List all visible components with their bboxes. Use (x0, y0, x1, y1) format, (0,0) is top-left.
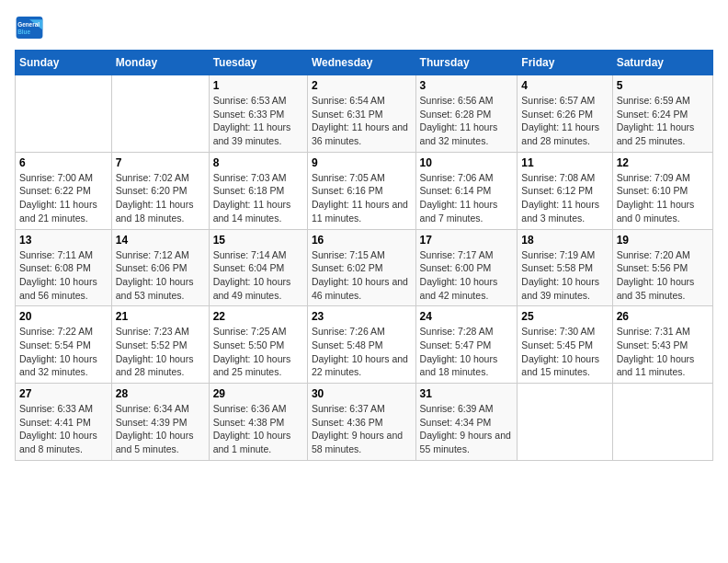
day-number: 4 (521, 79, 608, 92)
day-number: 21 (116, 310, 205, 323)
day-number: 31 (420, 387, 514, 400)
day-info: Sunrise: 6:37 AM Sunset: 4:36 PM Dayligh… (312, 402, 412, 456)
day-info: Sunrise: 7:05 AM Sunset: 6:16 PM Dayligh… (312, 171, 412, 225)
day-info: Sunrise: 7:23 AM Sunset: 5:52 PM Dayligh… (116, 325, 205, 379)
svg-text:Blue: Blue (17, 29, 30, 35)
day-info: Sunrise: 7:20 AM Sunset: 5:56 PM Dayligh… (617, 248, 709, 303)
calendar-cell: 23Sunrise: 7:26 AM Sunset: 5:48 PM Dayli… (307, 306, 415, 384)
day-number: 27 (19, 387, 108, 400)
day-info: Sunrise: 7:15 AM Sunset: 6:02 PM Dayligh… (312, 248, 412, 303)
calendar-week-row: 20Sunrise: 7:22 AM Sunset: 5:54 PM Dayli… (16, 306, 713, 384)
day-info: Sunrise: 7:03 AM Sunset: 6:18 PM Dayligh… (213, 171, 303, 225)
weekday-header-wednesday: Wednesday (307, 51, 415, 75)
day-info: Sunrise: 6:34 AM Sunset: 4:39 PM Dayligh… (116, 402, 205, 456)
weekday-header-sunday: Sunday (16, 51, 112, 75)
day-number: 26 (617, 310, 709, 323)
day-info: Sunrise: 7:00 AM Sunset: 6:22 PM Dayligh… (19, 171, 108, 225)
calendar-cell: 28Sunrise: 6:34 AM Sunset: 4:39 PM Dayli… (111, 384, 209, 461)
calendar-cell: 15Sunrise: 7:14 AM Sunset: 6:04 PM Dayli… (209, 229, 307, 306)
calendar-cell: 25Sunrise: 7:30 AM Sunset: 5:45 PM Dayli… (518, 306, 612, 384)
day-info: Sunrise: 6:53 AM Sunset: 6:33 PM Dayligh… (213, 94, 303, 148)
weekday-header-row: SundayMondayTuesdayWednesdayThursdayFrid… (16, 51, 713, 75)
day-info: Sunrise: 6:59 AM Sunset: 6:24 PM Dayligh… (617, 94, 709, 148)
day-info: Sunrise: 7:17 AM Sunset: 6:00 PM Dayligh… (420, 248, 514, 303)
calendar-body: 1Sunrise: 6:53 AM Sunset: 6:33 PM Daylig… (16, 75, 713, 461)
calendar-cell (16, 75, 112, 153)
calendar-cell: 22Sunrise: 7:25 AM Sunset: 5:50 PM Dayli… (209, 306, 307, 384)
day-info: Sunrise: 7:22 AM Sunset: 5:54 PM Dayligh… (19, 325, 108, 379)
day-number: 28 (116, 387, 205, 400)
day-info: Sunrise: 7:26 AM Sunset: 5:48 PM Dayligh… (312, 325, 412, 379)
calendar-cell (111, 75, 209, 153)
day-number: 5 (617, 79, 709, 92)
calendar-cell (518, 384, 612, 461)
weekday-header-monday: Monday (111, 51, 209, 75)
day-info: Sunrise: 7:12 AM Sunset: 6:06 PM Dayligh… (116, 248, 205, 303)
calendar-cell: 31Sunrise: 6:39 AM Sunset: 4:34 PM Dayli… (415, 384, 518, 461)
calendar-cell: 8Sunrise: 7:03 AM Sunset: 6:18 PM Daylig… (209, 152, 307, 229)
calendar-cell: 1Sunrise: 6:53 AM Sunset: 6:33 PM Daylig… (209, 75, 307, 153)
day-number: 6 (19, 156, 108, 169)
day-number: 13 (19, 234, 108, 247)
day-number: 25 (521, 310, 608, 323)
calendar-cell: 17Sunrise: 7:17 AM Sunset: 6:00 PM Dayli… (415, 229, 518, 306)
day-info: Sunrise: 7:14 AM Sunset: 6:04 PM Dayligh… (213, 248, 303, 303)
day-number: 9 (312, 156, 412, 169)
day-number: 19 (617, 234, 709, 247)
calendar-cell: 30Sunrise: 6:37 AM Sunset: 4:36 PM Dayli… (307, 384, 415, 461)
calendar-cell: 26Sunrise: 7:31 AM Sunset: 5:43 PM Dayli… (612, 306, 712, 384)
day-info: Sunrise: 6:39 AM Sunset: 4:34 PM Dayligh… (420, 402, 514, 456)
day-info: Sunrise: 6:54 AM Sunset: 6:31 PM Dayligh… (312, 94, 412, 148)
calendar-cell: 6Sunrise: 7:00 AM Sunset: 6:22 PM Daylig… (16, 152, 112, 229)
day-number: 20 (19, 310, 108, 323)
day-number: 8 (213, 156, 303, 169)
day-number: 30 (312, 387, 412, 400)
day-info: Sunrise: 7:02 AM Sunset: 6:20 PM Dayligh… (116, 171, 205, 225)
day-number: 3 (420, 79, 514, 92)
day-number: 16 (312, 234, 412, 247)
calendar-cell: 12Sunrise: 7:09 AM Sunset: 6:10 PM Dayli… (612, 152, 712, 229)
day-number: 17 (420, 234, 514, 247)
day-number: 23 (312, 310, 412, 323)
calendar-cell: 13Sunrise: 7:11 AM Sunset: 6:08 PM Dayli… (16, 229, 112, 306)
weekday-header-thursday: Thursday (415, 51, 518, 75)
day-number: 15 (213, 234, 303, 247)
day-number: 11 (521, 156, 608, 169)
calendar-cell: 18Sunrise: 7:19 AM Sunset: 5:58 PM Dayli… (518, 229, 612, 306)
day-number: 1 (213, 79, 303, 92)
calendar-header: SundayMondayTuesdayWednesdayThursdayFrid… (16, 51, 713, 75)
day-number: 12 (617, 156, 709, 169)
calendar-week-row: 1Sunrise: 6:53 AM Sunset: 6:33 PM Daylig… (16, 75, 713, 153)
day-number: 18 (521, 234, 608, 247)
calendar-cell: 19Sunrise: 7:20 AM Sunset: 5:56 PM Dayli… (612, 229, 712, 306)
day-info: Sunrise: 7:09 AM Sunset: 6:10 PM Dayligh… (617, 171, 709, 225)
day-info: Sunrise: 6:36 AM Sunset: 4:38 PM Dayligh… (213, 402, 303, 456)
calendar-cell: 5Sunrise: 6:59 AM Sunset: 6:24 PM Daylig… (612, 75, 712, 153)
calendar-cell: 2Sunrise: 6:54 AM Sunset: 6:31 PM Daylig… (307, 75, 415, 153)
calendar-cell: 11Sunrise: 7:08 AM Sunset: 6:12 PM Dayli… (518, 152, 612, 229)
weekday-header-friday: Friday (518, 51, 612, 75)
calendar-cell: 24Sunrise: 7:28 AM Sunset: 5:47 PM Dayli… (415, 306, 518, 384)
calendar-cell: 9Sunrise: 7:05 AM Sunset: 6:16 PM Daylig… (307, 152, 415, 229)
calendar-cell: 7Sunrise: 7:02 AM Sunset: 6:20 PM Daylig… (111, 152, 209, 229)
calendar-cell: 27Sunrise: 6:33 AM Sunset: 4:41 PM Dayli… (16, 384, 112, 461)
day-info: Sunrise: 7:28 AM Sunset: 5:47 PM Dayligh… (420, 325, 514, 379)
header: General Blue (15, 15, 713, 40)
calendar-table: SundayMondayTuesdayWednesdayThursdayFrid… (15, 50, 713, 461)
day-number: 22 (213, 310, 303, 323)
day-info: Sunrise: 7:30 AM Sunset: 5:45 PM Dayligh… (521, 325, 608, 379)
day-info: Sunrise: 7:11 AM Sunset: 6:08 PM Dayligh… (19, 248, 108, 303)
day-number: 2 (312, 79, 412, 92)
day-number: 10 (420, 156, 514, 169)
calendar-cell: 3Sunrise: 6:56 AM Sunset: 6:28 PM Daylig… (415, 75, 518, 153)
calendar-week-row: 6Sunrise: 7:00 AM Sunset: 6:22 PM Daylig… (16, 152, 713, 229)
day-info: Sunrise: 7:19 AM Sunset: 5:58 PM Dayligh… (521, 248, 608, 303)
calendar-cell (612, 384, 712, 461)
logo: General Blue (15, 15, 48, 40)
day-info: Sunrise: 6:56 AM Sunset: 6:28 PM Dayligh… (420, 94, 514, 148)
day-number: 24 (420, 310, 514, 323)
calendar-cell: 29Sunrise: 6:36 AM Sunset: 4:38 PM Dayli… (209, 384, 307, 461)
calendar-cell: 10Sunrise: 7:06 AM Sunset: 6:14 PM Dayli… (415, 152, 518, 229)
calendar-cell: 21Sunrise: 7:23 AM Sunset: 5:52 PM Dayli… (111, 306, 209, 384)
day-info: Sunrise: 7:08 AM Sunset: 6:12 PM Dayligh… (521, 171, 608, 225)
